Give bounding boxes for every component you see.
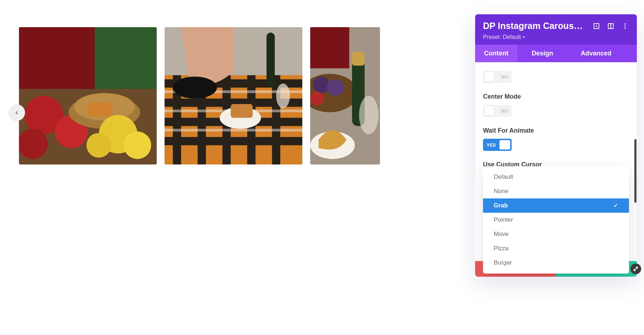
svg-point-47: [624, 28, 626, 29]
cursor-option-move[interactable]: Move: [483, 227, 629, 241]
tab-advanced[interactable]: Advanced: [567, 45, 625, 62]
cursor-dropdown: Default None Grab ✓ Pointer Move Pizza B…: [483, 166, 629, 274]
previous-toggle[interactable]: NO: [483, 71, 512, 83]
svg-point-10: [87, 133, 111, 158]
cursor-option-default[interactable]: Default: [483, 170, 629, 184]
carousel: [19, 27, 380, 164]
preset-selector[interactable]: Preset: Default ▼: [483, 34, 629, 40]
columns-icon[interactable]: [607, 22, 615, 30]
svg-point-30: [276, 83, 290, 108]
preset-label: Preset: Default: [483, 34, 521, 40]
tabs: Content Design Advanced: [475, 45, 637, 62]
settings-panel: DP Instagram Carousel Sett... Pre: [475, 14, 637, 277]
check-icon: ✓: [614, 202, 618, 209]
svg-point-40: [359, 96, 379, 134]
svg-rect-11: [88, 103, 113, 116]
cursor-option-grab[interactable]: Grab ✓: [483, 198, 629, 213]
field-previous-toggle: NO: [483, 72, 629, 83]
center-mode-label: Center Mode: [483, 93, 629, 100]
svg-line-48: [634, 267, 638, 271]
caret-down-icon: ▼: [522, 35, 526, 39]
center-mode-toggle[interactable]: NO: [483, 105, 512, 117]
chevron-left-icon: ‹: [15, 108, 18, 117]
wait-animate-label: Wait For Animate: [483, 127, 629, 134]
svg-rect-38: [352, 52, 365, 65]
cursor-option-burger[interactable]: Burger: [483, 256, 629, 270]
carousel-image-2[interactable]: [165, 27, 302, 164]
svg-point-34: [313, 77, 330, 93]
svg-point-36: [310, 92, 324, 105]
field-center-mode: Center Mode NO: [483, 93, 629, 117]
carousel-prev-button[interactable]: ‹: [9, 104, 25, 121]
more-icon[interactable]: [621, 22, 629, 30]
panel-header: DP Instagram Carousel Sett... Pre: [475, 14, 637, 45]
svg-rect-27: [267, 33, 275, 88]
svg-point-42: [596, 25, 597, 27]
carousel-image-1[interactable]: [19, 27, 157, 164]
svg-rect-25: [165, 129, 302, 132]
resize-handle[interactable]: [630, 263, 641, 274]
svg-point-26: [173, 77, 217, 98]
svg-point-35: [327, 79, 344, 96]
cursor-option-pointer[interactable]: Pointer: [483, 213, 629, 227]
cursor-option-pizza[interactable]: Pizza: [483, 241, 629, 256]
svg-point-9: [124, 132, 151, 159]
cursor-option-none[interactable]: None: [483, 184, 629, 198]
svg-rect-32: [310, 27, 349, 68]
panel-body: NO Center Mode NO Wait For Animate YES U…: [475, 62, 637, 277]
field-wait-animate: Wait For Animate YES: [483, 127, 629, 151]
fullscreen-icon[interactable]: [592, 22, 600, 30]
svg-rect-29: [231, 104, 253, 118]
svg-point-45: [624, 23, 626, 25]
carousel-image-3[interactable]: [310, 27, 380, 164]
svg-rect-1: [19, 27, 95, 89]
svg-rect-17: [165, 137, 302, 145]
tab-content[interactable]: Content: [475, 45, 517, 62]
tab-design[interactable]: Design: [517, 45, 567, 62]
svg-point-5: [19, 129, 48, 159]
svg-rect-2: [95, 27, 157, 89]
wait-animate-toggle[interactable]: YES: [483, 139, 512, 151]
scrollbar-thumb[interactable]: [634, 139, 636, 203]
panel-title: DP Instagram Carousel Sett...: [483, 21, 586, 31]
svg-point-46: [624, 25, 626, 27]
